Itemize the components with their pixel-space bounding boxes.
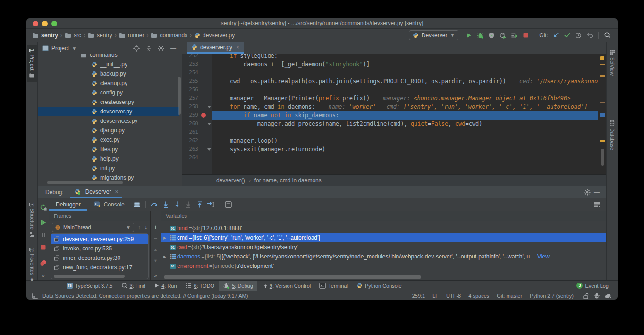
select-opened-file-button[interactable] — [132, 45, 141, 52]
tool-window-button-4-run[interactable]: 4: Run — [150, 281, 181, 291]
project-panel-title[interactable]: Project — [51, 45, 69, 52]
gutter-cell[interactable]: 256 — [182, 86, 212, 94]
search-everywhere-button[interactable] — [602, 30, 613, 41]
pause-button[interactable] — [38, 229, 49, 241]
fold-marker-icon[interactable] — [207, 148, 211, 151]
git-commit-button[interactable] — [561, 30, 573, 41]
tree-item-help-py[interactable]: help.py — [38, 154, 179, 163]
tree-item-files-py[interactable]: files.py — [38, 145, 179, 154]
tree-item-__init__-py[interactable]: __init__.py — [38, 60, 179, 69]
tree-item-cleanup-py[interactable]: cleanup.py — [38, 78, 179, 88]
breadcrumb-item[interactable]: runner — [119, 32, 144, 39]
resume-button[interactable] — [38, 216, 49, 229]
close-window-button[interactable] — [33, 21, 38, 26]
gutter-cell[interactable]: 254 — [182, 69, 212, 77]
stripe-tab-database[interactable]: Database — [608, 117, 617, 154]
variable-row-bind[interactable]: 01bind = {str} '127.0.0.1:8888' — [161, 223, 606, 233]
gear-icon[interactable] — [583, 189, 592, 196]
tree-item-exec-py[interactable]: exec.py — [38, 135, 179, 145]
fullscreen-window-button[interactable] — [51, 21, 57, 26]
layout-options-icon[interactable] — [131, 199, 143, 210]
evaluate-expression-button[interactable] — [223, 199, 234, 210]
stop-button[interactable] — [38, 241, 49, 253]
frames-list[interactable]: devserver, devserver.py:259invoke, core.… — [51, 233, 149, 279]
tool-window-button-typescript-3-7-5[interactable]: TSTypeScript 3.7.5 — [62, 281, 117, 291]
tool-window-button-python-console[interactable]: Python Console — [352, 281, 406, 291]
profiler-button[interactable] — [497, 30, 508, 41]
tool-window-button-5-debug[interactable]: 5: Debug — [219, 281, 257, 291]
expand-arrow-icon[interactable]: ▶ — [161, 236, 169, 240]
close-icon[interactable]: × — [115, 189, 118, 195]
view-link[interactable]: View — [537, 253, 550, 260]
tree-item-config-py[interactable]: config.py — [38, 88, 179, 97]
gutter-cell[interactable]: 252 — [182, 54, 212, 60]
tree-item-init-py[interactable]: init.py — [38, 163, 179, 173]
step-into-my-code-button[interactable] — [183, 199, 194, 210]
force-step-into-button[interactable] — [171, 199, 183, 210]
variable-row-environment[interactable]: 01environment = {unicode} u'development' — [161, 261, 606, 271]
expand-arrow-icon[interactable]: ▶ — [161, 255, 169, 259]
cloud-settings-icon[interactable] — [605, 293, 612, 299]
breadcrumb-item[interactable]: src — [65, 32, 81, 39]
breadcrumb-item[interactable]: commands — [151, 32, 187, 39]
project-tree[interactable]: commands__init__.pybackup.pycleanup.pyco… — [38, 54, 182, 186]
frames-scrollbar[interactable] — [54, 275, 125, 278]
variable-row-daemons[interactable]: ▶daemons = {list: 5} [('webpack', ['/Use… — [161, 252, 606, 261]
editor-error-stripe[interactable] — [598, 54, 606, 174]
unlock-icon[interactable] — [583, 293, 589, 299]
stop-button[interactable] — [520, 30, 531, 41]
minimize-window-button[interactable] — [42, 21, 48, 26]
previous-frame-button[interactable]: ↑ — [138, 224, 141, 231]
debug-button[interactable] — [475, 30, 486, 41]
chevron-down-icon[interactable]: ▼ — [72, 46, 76, 51]
breadcrumb-item[interactable]: devserver.py — [194, 32, 235, 39]
breadcrumb-item[interactable]: sentry — [32, 32, 58, 39]
breadcrumb-statement[interactable]: for name, cmd in daemons — [254, 177, 322, 184]
gutter-cell[interactable]: 262 — [182, 137, 212, 145]
variable-row-cmd[interactable]: ▶cmd = {list: 6} ['sentry', 'run', 'work… — [161, 233, 606, 242]
more-icon[interactable]: » — [42, 273, 44, 278]
debug-session-tab[interactable]: Devserver × — [70, 186, 122, 198]
variables-list[interactable]: 01bind = {str} '127.0.0.1:8888'▶cmd = {l… — [161, 221, 606, 280]
stripe-tab-7-structure[interactable]: 7: Structure — [27, 199, 37, 241]
git-update-button[interactable] — [550, 30, 561, 41]
editor-scrollbar-thumb[interactable] — [601, 149, 604, 166]
step-into-button[interactable] — [160, 199, 171, 210]
tree-item-django-py[interactable]: django.py — [38, 126, 179, 135]
fold-marker-icon[interactable] — [207, 106, 211, 108]
gutter-cell[interactable]: 263 — [182, 145, 212, 154]
gutter-cell[interactable]: 260 — [182, 120, 212, 128]
run-to-cursor-button[interactable] — [205, 199, 217, 210]
toggle-tool-windows-icon[interactable] — [32, 293, 38, 299]
status-widget[interactable]: Python 2.7 (sentry) — [530, 293, 574, 299]
status-widget[interactable]: 4 spaces — [468, 293, 489, 299]
gutter-cell[interactable]: 257 — [182, 94, 212, 103]
frame-item[interactable]: invoke, core.py:535 — [51, 244, 148, 253]
tool-window-button-6-todo[interactable]: 6: TODO — [181, 281, 219, 291]
inspections-indicator[interactable] — [600, 56, 604, 60]
git-history-button[interactable] — [573, 30, 584, 41]
spy-icon[interactable] — [593, 293, 600, 299]
tree-item-createuser-py[interactable]: createuser.py — [38, 97, 179, 107]
breadcrumb-function[interactable]: devserver() — [216, 177, 245, 184]
stripe-tab-1-project[interactable]: 1: Project — [27, 45, 37, 82]
collapse-all-button[interactable] — [144, 45, 153, 51]
more-icon[interactable]: » — [154, 273, 157, 278]
remove-watch-button[interactable]: − — [154, 232, 158, 244]
frame-item[interactable]: inner, decorators.py:30 — [51, 253, 148, 263]
tree-item-commands[interactable]: commands — [38, 54, 179, 60]
move-down-button[interactable]: ▼ — [153, 255, 158, 266]
hide-panel-button[interactable]: — — [169, 45, 178, 52]
gutter-cell[interactable]: 253 — [182, 60, 212, 69]
hide-panel-button[interactable]: — — [592, 189, 602, 196]
code-editor[interactable]: 252 if styleguide:253 daemons += [_get_d… — [182, 54, 606, 174]
run-button[interactable] — [463, 30, 475, 41]
tree-item-devservices-py[interactable]: devservices.py — [38, 116, 179, 126]
editor-tab-devserver[interactable]: devserver.py × — [187, 42, 244, 54]
variables-scrollbar[interactable] — [164, 275, 421, 279]
tab-debugger[interactable]: Debugger — [49, 198, 87, 211]
tab-console[interactable]: Console — [87, 198, 131, 211]
tree-item-devserver-py[interactable]: devserver.py — [38, 107, 179, 116]
move-up-button[interactable]: ▲ — [153, 244, 158, 255]
breadcrumb-item[interactable]: sentry — [88, 32, 112, 39]
